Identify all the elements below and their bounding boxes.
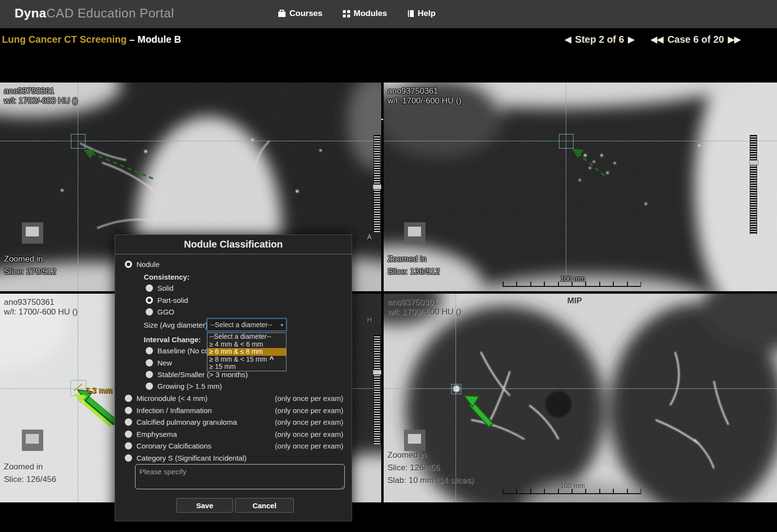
zoom-navigator-thumbnail[interactable] bbox=[404, 430, 425, 451]
case-next-button[interactable]: ▶▶ bbox=[728, 34, 741, 45]
radio-row-part-solid[interactable]: Part-solid bbox=[146, 295, 188, 305]
zoom-navigator-thumbnail[interactable] bbox=[22, 222, 43, 244]
radio-row-baseline[interactable]: Baseline (No com bbox=[146, 346, 215, 355]
slab-label: Slab: 10 mm (14 slices) bbox=[388, 475, 474, 486]
orientation-marker-a: A bbox=[367, 233, 372, 241]
nav-help[interactable]: Help bbox=[407, 9, 436, 18]
once-per-exam-note: (only once per exam) bbox=[275, 406, 343, 415]
radio-row-category-s[interactable]: Category S (Significant Incidental) bbox=[125, 453, 343, 463]
zoom-status-label: Zoomed in bbox=[388, 253, 426, 265]
cancel-button[interactable]: Cancel bbox=[235, 498, 294, 513]
main-nav: Courses Modules Help bbox=[278, 9, 436, 18]
case-navigator: ◀◀ Case 6 of 20 ▶▶ bbox=[651, 34, 741, 45]
course-title: Lung Cancer CT Screening bbox=[2, 34, 127, 45]
breadcrumb: Lung Cancer CT Screening – Module B bbox=[2, 34, 181, 45]
once-per-exam-note: (only once per exam) bbox=[275, 430, 343, 438]
viewport-top-right[interactable]: ano93750361 w/l: 1700/-600 HU () Zoomed … bbox=[384, 83, 777, 291]
size-option[interactable]: ≥ 15 mm bbox=[207, 363, 286, 371]
size-option-highlighted[interactable]: ≥ 6 mm & ≤ 8 mm bbox=[207, 348, 286, 356]
size-option[interactable]: ≥ 4 mm & < 6 mm bbox=[207, 341, 286, 349]
ggo-radio[interactable] bbox=[146, 308, 153, 316]
baseline-radio[interactable] bbox=[146, 347, 153, 354]
dialog-title: Nodule Classification bbox=[115, 235, 352, 254]
separator: – bbox=[129, 34, 137, 45]
granuloma-radio[interactable] bbox=[125, 418, 132, 426]
size-option[interactable]: --Select a diameter-- bbox=[207, 333, 286, 341]
size-option[interactable]: ≥ 8 mm & < 15 mm bbox=[207, 356, 286, 364]
consistency-label: Consistency: bbox=[144, 273, 189, 281]
step-prev-button[interactable]: ◀ bbox=[565, 34, 571, 45]
zoom-status-label: Zoomed in bbox=[388, 449, 426, 461]
micronodule-radio[interactable] bbox=[125, 395, 132, 402]
app-header: DynaCAD Education Portal Courses Modules… bbox=[0, 0, 777, 29]
slice-scrollbar-thumb[interactable] bbox=[373, 370, 381, 375]
stable-smaller-radio[interactable] bbox=[146, 371, 153, 378]
zoom-navigator-thumbnail[interactable] bbox=[22, 430, 43, 451]
orientation-marker-h: H bbox=[367, 316, 372, 324]
briefcase-icon bbox=[278, 10, 286, 17]
radio-row-solid[interactable]: Solid bbox=[146, 283, 173, 293]
coronary-radio[interactable] bbox=[125, 442, 132, 449]
radio-row-granuloma[interactable]: Calcified pulmonary granuloma (only once… bbox=[125, 417, 343, 427]
emphysema-radio[interactable] bbox=[125, 431, 132, 438]
zoom-navigator-thumbnail[interactable] bbox=[404, 222, 425, 244]
slice-scrollbar-thumb[interactable] bbox=[373, 184, 381, 189]
finding-arrow-overlay bbox=[384, 294, 777, 502]
slice-scrollbar-thumb[interactable] bbox=[749, 160, 759, 165]
measurement-label: 6.3 mm bbox=[85, 385, 112, 397]
size-select[interactable]: --Select a diameter-- ▾ bbox=[207, 318, 287, 331]
once-per-exam-note: (only once per exam) bbox=[275, 418, 343, 426]
nav-modules[interactable]: Modules bbox=[343, 9, 387, 18]
nodule-radio[interactable] bbox=[125, 261, 132, 268]
category-s-radio[interactable] bbox=[125, 454, 132, 462]
mouse-cursor-icon: ^ bbox=[270, 355, 274, 363]
finding-arrow-overlay bbox=[384, 83, 777, 291]
save-button[interactable]: Save bbox=[176, 498, 233, 513]
zoom-status-label: Zoomed in bbox=[4, 461, 43, 473]
radio-row-growing[interactable]: Growing (> 1.5 mm) bbox=[146, 381, 222, 391]
slice-scrollbar[interactable] bbox=[750, 135, 757, 234]
module-bar: Lung Cancer CT Screening – Module B ◀ St… bbox=[0, 28, 777, 52]
window-level-label: w/l: 1700/-600 HU () bbox=[388, 95, 461, 107]
size-label: Size (Avg diameter): bbox=[144, 321, 210, 329]
infection-radio[interactable] bbox=[125, 407, 132, 414]
specify-textarea[interactable] bbox=[135, 464, 345, 489]
grid-icon bbox=[343, 10, 350, 17]
slice-scrollbar[interactable] bbox=[373, 135, 381, 232]
case-label: Case 6 of 20 bbox=[667, 34, 724, 45]
book-icon bbox=[407, 10, 414, 17]
nav-courses[interactable]: Courses bbox=[278, 9, 322, 18]
viewport-bottom-right[interactable]: MIP ano93750361 w/l: 1700/-600 HU () Zoo… bbox=[384, 294, 777, 502]
step-next-button[interactable]: ▶ bbox=[628, 34, 634, 45]
radio-row-emphysema[interactable]: Emphysema (only once per exam) bbox=[125, 429, 343, 439]
nodule-classification-dialog: Nodule Classification Nodule Consistency… bbox=[115, 234, 352, 521]
slice-label: Slice: 270/512 bbox=[4, 266, 56, 278]
solid-radio[interactable] bbox=[146, 284, 153, 292]
radio-row-coronary[interactable]: Coronary Calcifications (only once per e… bbox=[125, 441, 343, 450]
slice-label: Slice: 136/512 bbox=[388, 266, 440, 278]
interval-change-label: Interval Change: bbox=[144, 335, 201, 344]
slice-scrollbar[interactable] bbox=[373, 335, 381, 444]
radio-row-infection[interactable]: Infection / Inflammation (only once per … bbox=[125, 405, 343, 415]
app-title: DynaCAD Education Portal bbox=[15, 6, 174, 21]
case-prev-button[interactable]: ◀◀ bbox=[651, 34, 663, 45]
mip-mode-label: MIP bbox=[567, 295, 582, 307]
window-level-label: w/l: 1700/-600 HU () bbox=[4, 95, 78, 107]
part-solid-radio[interactable] bbox=[146, 297, 153, 304]
radio-row-micronodule[interactable]: Micronodule (< 4 mm) (only once per exam… bbox=[125, 393, 343, 403]
slice-label: Slice: 126/456 bbox=[4, 474, 56, 485]
module-title: Module B bbox=[137, 34, 181, 45]
radio-row-new[interactable]: New bbox=[146, 358, 172, 367]
step-label: Step 2 of 6 bbox=[575, 34, 624, 45]
window-level-label: w/l: 1700/-600 HU () bbox=[388, 306, 461, 318]
scale-ruler bbox=[503, 282, 641, 287]
radio-row-ggo[interactable]: GGO bbox=[146, 307, 174, 316]
window-level-label: w/l: 1700/-600 HU () bbox=[4, 306, 78, 318]
imaging-toolbar: > F F HU+ HU○ bbox=[0, 52, 777, 83]
size-dropdown-list: --Select a diameter-- ≥ 4 mm & < 6 mm ≥ … bbox=[207, 332, 287, 371]
new-radio[interactable] bbox=[146, 359, 153, 366]
radio-row-nodule[interactable]: Nodule bbox=[125, 259, 160, 269]
chevron-down-icon: ▾ bbox=[281, 322, 283, 328]
step-navigator: ◀ Step 2 of 6 ▶ bbox=[565, 34, 634, 45]
growing-radio[interactable] bbox=[146, 382, 153, 390]
